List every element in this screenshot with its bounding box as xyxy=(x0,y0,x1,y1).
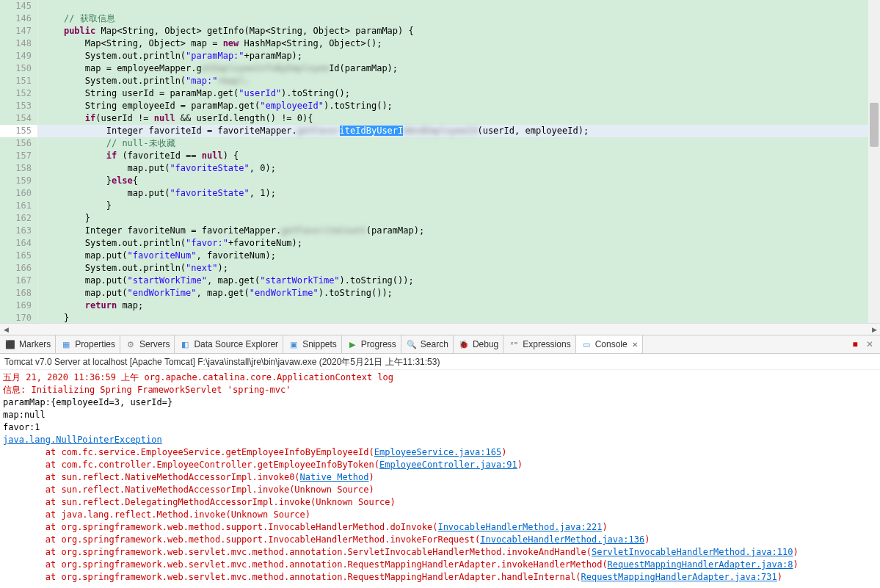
line-number: 167 xyxy=(0,275,37,287)
code-line[interactable]: map.put("favoriteState", 0); xyxy=(38,162,880,175)
code-line[interactable]: } xyxy=(38,200,880,212)
tab-label: Debug xyxy=(473,339,498,349)
scrollbar-thumb[interactable] xyxy=(870,103,879,147)
tab-console[interactable]: ▭Console✕ xyxy=(576,335,643,353)
terminate-icon[interactable]: ■ xyxy=(849,338,861,350)
console-line: at com.fc.service.EmployeeService.getEmp… xyxy=(3,446,877,459)
tab-label: Data Source Explorer xyxy=(194,339,278,349)
code-content[interactable]: // 获取信息 public Map<String, Object> getIn… xyxy=(38,0,880,323)
line-number: 149 xyxy=(0,50,37,62)
console-line: java.lang.NullPointerException xyxy=(3,434,877,446)
code-line[interactable]: // null-未收藏 xyxy=(38,137,880,150)
code-line[interactable]: Integer favoriteId = favoriteMapper.getF… xyxy=(38,125,880,137)
tab-expressions[interactable]: ˣ⁼Expressions xyxy=(503,335,575,353)
code-line[interactable]: } xyxy=(38,212,880,225)
stack-trace-link[interactable]: EmployeeController.java:91 xyxy=(379,460,517,470)
tab-debug[interactable]: 🐞Debug xyxy=(454,335,503,353)
code-line[interactable]: System.out.println("paramMap:"+paramMap)… xyxy=(38,50,880,62)
stack-trace-link[interactable]: InvocableHandlerMethod.java:221 xyxy=(437,522,602,532)
line-number: 145 xyxy=(0,0,37,12)
console-line: at org.springframework.web.method.suppor… xyxy=(3,521,877,534)
stack-trace-link[interactable]: Native Method xyxy=(300,472,369,482)
line-number: 156 xyxy=(0,137,37,150)
tab-close-icon[interactable]: ✕ xyxy=(632,341,638,349)
tab-progress[interactable]: ▶Progress xyxy=(342,335,401,353)
code-line[interactable]: map.put("favoriteState", 1); xyxy=(38,187,880,200)
console-line: at sun.reflect.NativeMethodAccessorImpl.… xyxy=(3,471,877,484)
code-line[interactable]: } xyxy=(38,312,880,323)
line-number: 153 xyxy=(0,100,37,112)
line-number: 163 xyxy=(0,225,37,237)
tab-search[interactable]: 🔍Search xyxy=(401,335,454,353)
tab-icon: ⬛ xyxy=(4,338,16,350)
console-line: at org.springframework.web.servlet.mvc.m… xyxy=(3,571,877,584)
line-number: 157 xyxy=(0,150,37,162)
line-number: 164 xyxy=(0,237,37,250)
line-number: 169 xyxy=(0,300,37,312)
code-line[interactable]: map.put("startWorkTime", map.get("startW… xyxy=(38,275,880,287)
code-line[interactable]: System.out.println("next"); xyxy=(38,262,880,275)
line-number: 155 xyxy=(0,125,37,137)
tab-icon: ◧ xyxy=(179,338,191,350)
console-line: at sun.reflect.NativeMethodAccessorImpl.… xyxy=(3,484,877,496)
code-line[interactable]: String userId = paramMap.get("userId").t… xyxy=(38,87,880,100)
stack-trace-link[interactable]: RequestMappingHandlerAdapter.java:731 xyxy=(581,572,777,582)
code-line[interactable]: String employeeId = paramMap.get("employ… xyxy=(38,100,880,112)
line-number: 154 xyxy=(0,112,37,125)
tab-snippets[interactable]: ▣Snippets xyxy=(283,335,342,353)
code-line[interactable]: return map; xyxy=(38,300,880,312)
line-gutter: 1451461471481491501511521531541551561571… xyxy=(0,0,38,323)
tab-label: Snippets xyxy=(302,339,337,349)
code-line[interactable]: if(userId != null && userId.length() != … xyxy=(38,112,880,125)
console-output[interactable]: 五月 21, 2020 11:36:59 上午 org.apache.catal… xyxy=(0,370,880,585)
tab-icon: 🔍 xyxy=(406,338,418,350)
code-line[interactable]: if (favoriteId == null) { xyxy=(38,150,880,162)
console-line: at org.springframework.web.servlet.mvc.m… xyxy=(3,559,877,571)
tab-markers[interactable]: ⬛Markers xyxy=(0,335,56,353)
console-line: at org.springframework.web.servlet.mvc.m… xyxy=(3,546,877,559)
line-number: 146 xyxy=(0,12,37,25)
tab-icon: ⚙ xyxy=(125,338,137,350)
line-number: 148 xyxy=(0,37,37,50)
scroll-right-icon[interactable]: ▶ xyxy=(868,324,880,335)
line-number: 160 xyxy=(0,187,37,200)
tab-label: Markers xyxy=(19,339,51,349)
stack-trace-link[interactable]: EmployeeService.java:165 xyxy=(374,447,501,457)
line-number: 166 xyxy=(0,262,37,275)
code-line[interactable] xyxy=(38,0,880,12)
stack-trace-link[interactable]: RequestMappingHandlerAdapter.java:8 xyxy=(608,559,793,570)
tab-icon: ▶ xyxy=(346,338,358,350)
line-number: 150 xyxy=(0,62,37,75)
tab-data-source-explorer[interactable]: ◧Data Source Explorer xyxy=(175,335,283,353)
stack-trace-link[interactable]: ServletInvocableHandlerMethod.java:110 xyxy=(592,547,793,557)
console-line: 信息: Initializing Spring FrameworkServlet… xyxy=(3,384,877,396)
code-line[interactable]: map.put("favoriteNum", favoriteNum); xyxy=(38,250,880,262)
code-line[interactable]: // 获取信息 xyxy=(38,12,880,25)
close-console-icon[interactable]: ✕ xyxy=(864,338,876,350)
code-line[interactable]: Map<String, Object> map = new HashMap<St… xyxy=(38,37,880,50)
console-line: map:null xyxy=(3,409,877,421)
tab-properties[interactable]: ▦Properties xyxy=(56,335,120,353)
stack-trace-link[interactable]: java.lang.NullPointerException xyxy=(3,435,162,445)
console-line: at com.fc.controller.EmployeeController.… xyxy=(3,459,877,471)
code-line[interactable]: map = employeeMapper.getEmployeeInfoByEm… xyxy=(38,62,880,75)
line-number: 168 xyxy=(0,287,37,300)
console-line: at sun.reflect.DelegatingMethodAccessorI… xyxy=(3,496,877,509)
horizontal-scrollbar[interactable]: ◀ ▶ xyxy=(0,323,880,335)
code-line[interactable]: map.put("endWorkTime", map.get("endWorkT… xyxy=(38,287,880,300)
stack-trace-link[interactable]: InvocableHandlerMethod.java:136 xyxy=(480,534,644,545)
console-line: 五月 21, 2020 11:36:59 上午 org.apache.catal… xyxy=(3,371,877,384)
code-line[interactable]: public Map<String, Object> getInfo(Map<S… xyxy=(38,25,880,37)
console-line: at java.lang.reflect.Method.invoke(Unkno… xyxy=(3,509,877,521)
code-line[interactable]: System.out.println("map:"+map); xyxy=(38,75,880,87)
tab-servers[interactable]: ⚙Servers xyxy=(120,335,175,353)
console-line: paramMap:{employeeId=3, userId=} xyxy=(3,396,877,409)
code-editor[interactable]: 1451461471481491501511521531541551561571… xyxy=(0,0,880,323)
code-line[interactable]: Integer favoriteNum = favoriteMapper.get… xyxy=(38,225,880,237)
code-line[interactable]: }else{ xyxy=(38,175,880,187)
code-line[interactable]: System.out.println("favor:"+favoriteNum)… xyxy=(38,237,880,250)
tab-label: Console xyxy=(595,339,628,349)
line-number: 158 xyxy=(0,162,37,175)
scroll-left-icon[interactable]: ◀ xyxy=(0,324,12,335)
vertical-scrollbar[interactable] xyxy=(868,0,880,323)
